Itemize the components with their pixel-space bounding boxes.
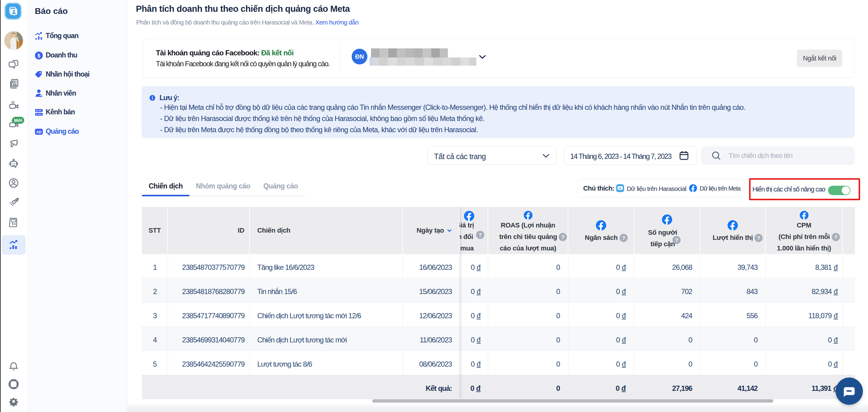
svg-text:$: $ bbox=[37, 53, 40, 59]
svg-text:AD: AD bbox=[36, 130, 42, 134]
svg-text:?: ? bbox=[675, 237, 678, 243]
svg-text:?: ? bbox=[478, 232, 482, 238]
svg-text:?: ? bbox=[757, 235, 760, 241]
svg-text:?: ? bbox=[561, 234, 564, 240]
svg-text:?: ? bbox=[834, 234, 837, 240]
svg-text:?: ? bbox=[622, 235, 625, 241]
svg-text:$: $ bbox=[12, 222, 13, 226]
